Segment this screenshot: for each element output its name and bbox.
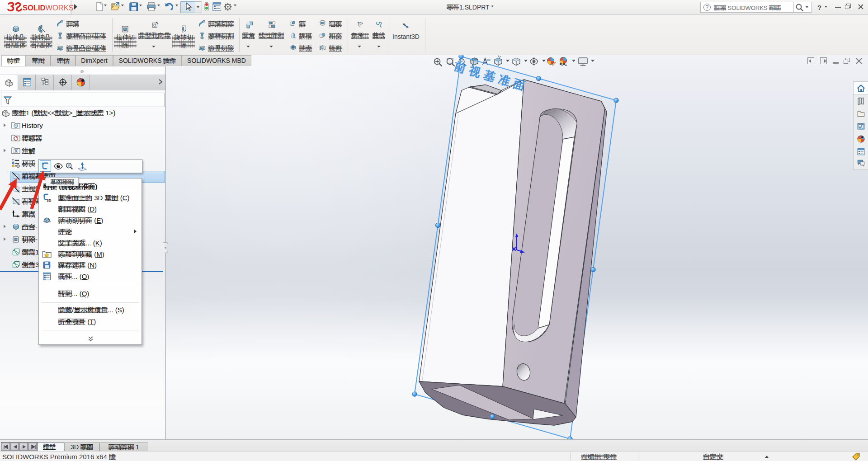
svg-text:A: A [14,150,17,154]
